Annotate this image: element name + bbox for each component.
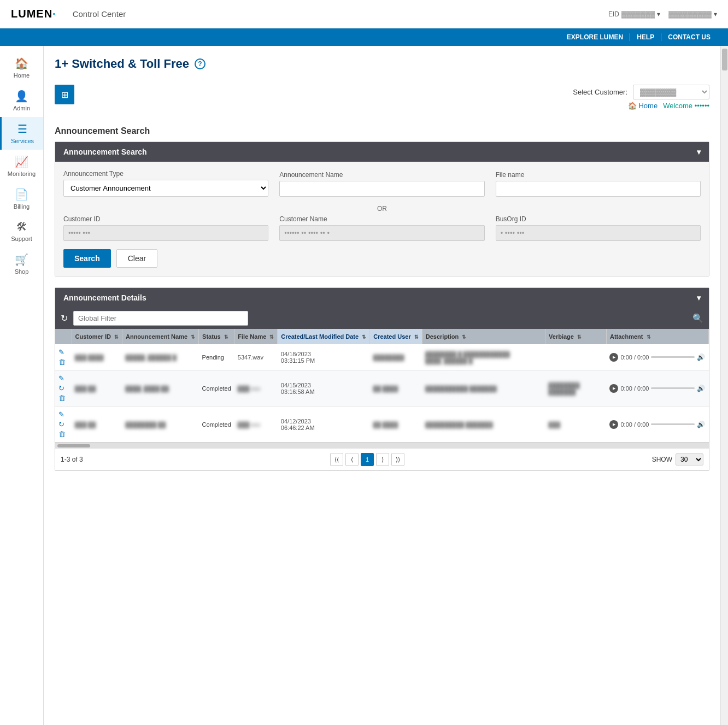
sidebar-item-services[interactable]: ☰ Services xyxy=(0,117,43,150)
cell-announcement-name-3: ████████ ██ xyxy=(122,406,198,443)
cell-created-user-2: ██ ████ xyxy=(370,370,422,406)
col-verbiage[interactable]: Verbiage ⇅ xyxy=(545,329,607,344)
search-button[interactable]: Search xyxy=(63,249,111,268)
collapse-icon[interactable]: ▾ xyxy=(697,148,701,156)
volume-icon-3[interactable]: 🔊 xyxy=(697,421,705,428)
account-dropdown-icon[interactable]: ▾ xyxy=(714,10,717,18)
busorg-id-group: BusOrg ID xyxy=(496,215,701,241)
audio-player-2: 0:00 / 0:00 🔊 xyxy=(609,384,705,393)
play-btn-2[interactable] xyxy=(609,384,618,393)
right-scrollbar[interactable] xyxy=(720,46,728,725)
volume-icon-1[interactable]: 🔊 xyxy=(697,353,705,361)
announcement-type-group: Announcement Type Customer Announcement … xyxy=(63,170,268,197)
announcement-search-panel: Announcement Search ▾ Announcement Type … xyxy=(55,142,709,276)
cell-created-user-1: ████████ xyxy=(370,344,422,370)
customer-name-group: Customer Name xyxy=(279,215,484,241)
cell-description-2: ███████████ ███████ xyxy=(422,370,545,406)
account-block[interactable]: ▓▓▓▓▓▓▓▓▓ ▾ xyxy=(668,10,717,18)
refresh-icon[interactable]: ↻ xyxy=(61,313,68,323)
announcement-name-input[interactable] xyxy=(279,181,484,197)
help-link[interactable]: HELP xyxy=(630,33,661,41)
col-status[interactable]: Status ⇅ xyxy=(199,329,234,344)
details-panel-title: Announcement Details xyxy=(63,293,146,302)
search-panel-body: Announcement Type Customer Announcement … xyxy=(55,162,709,276)
col-description[interactable]: Description ⇅ xyxy=(422,329,545,344)
global-filter-input[interactable] xyxy=(73,311,248,326)
details-collapse-icon[interactable]: ▾ xyxy=(697,293,701,302)
row-actions-1: ✎ 🗑 xyxy=(55,344,72,370)
file-name-input[interactable] xyxy=(496,181,701,197)
sidebar-label-billing: Billing xyxy=(14,203,30,210)
eid-block[interactable]: EID ▓▓▓▓▓▓▓ ▾ xyxy=(608,10,660,18)
customer-id-input[interactable] xyxy=(63,225,268,241)
refresh-icon-2[interactable]: ↻ xyxy=(58,384,68,392)
col-created-user[interactable]: Created User ⇅ xyxy=(370,329,422,344)
announcement-name-label: Announcement Name xyxy=(279,171,484,179)
col-customer-id[interactable]: Customer ID ⇅ xyxy=(72,329,122,344)
eid-dropdown-icon[interactable]: ▾ xyxy=(657,10,660,18)
customer-name-label: Customer Name xyxy=(279,215,484,223)
edit-icon-1[interactable]: ✎ xyxy=(58,348,68,356)
delete-icon-2[interactable]: 🗑 xyxy=(58,394,68,402)
busorg-id-label: BusOrg ID xyxy=(496,215,701,223)
sidebar-item-billing[interactable]: 📄 Billing xyxy=(0,182,43,215)
customer-dropdown[interactable]: ▓▓▓▓▓▓▓ xyxy=(633,85,709,99)
col-attachment[interactable]: Attachment ⇅ xyxy=(606,329,708,344)
sidebar-item-shop[interactable]: 🛒 Shop xyxy=(0,247,43,280)
grid-symbol: ⊞ xyxy=(61,90,68,100)
delete-icon-1[interactable]: 🗑 xyxy=(58,358,68,366)
customer-name-input[interactable] xyxy=(279,225,484,241)
page-1-btn[interactable]: 1 xyxy=(361,453,374,466)
search-btn-row: Search Clear xyxy=(63,249,701,268)
play-btn-1[interactable] xyxy=(609,353,618,362)
account-value: ▓▓▓▓▓▓▓▓▓ xyxy=(668,10,712,18)
audio-progress-3[interactable] xyxy=(651,423,695,425)
audio-progress-2[interactable] xyxy=(651,387,695,389)
help-icon[interactable]: ? xyxy=(195,58,206,69)
last-page-btn[interactable]: ⟩⟩ xyxy=(391,453,404,466)
refresh-icon-3[interactable]: ↻ xyxy=(58,420,68,428)
sidebar-item-support[interactable]: 🛠 Support xyxy=(0,215,43,247)
first-page-btn[interactable]: ⟨⟨ xyxy=(330,453,343,466)
sidebar-item-admin[interactable]: 👤 Admin xyxy=(0,84,43,117)
edit-icon-2[interactable]: ✎ xyxy=(58,374,68,382)
cell-attachment-3: 0:00 / 0:00 🔊 xyxy=(606,406,708,443)
contact-us-link[interactable]: CONTACT US xyxy=(661,33,717,41)
shop-icon: 🛒 xyxy=(15,253,28,266)
search-panel-header[interactable]: Announcement Search ▾ xyxy=(55,142,709,162)
play-btn-3[interactable] xyxy=(609,420,618,429)
audio-progress-1[interactable] xyxy=(651,356,695,358)
volume-icon-2[interactable]: 🔊 xyxy=(697,385,705,392)
h-scroll-thumb[interactable] xyxy=(57,444,90,447)
col-created-modified-date[interactable]: Created/Last Modified Date ⇅ xyxy=(278,329,370,344)
col-file-name[interactable]: File Name ⇅ xyxy=(234,329,278,344)
file-name-label: File name xyxy=(496,171,701,179)
next-page-btn[interactable]: ⟩ xyxy=(376,453,389,466)
cell-status-2: Completed xyxy=(199,370,234,406)
file-name-group: File name xyxy=(496,171,701,197)
show-label: SHOW xyxy=(652,456,672,463)
clear-button[interactable]: Clear xyxy=(116,249,157,268)
details-panel: Announcement Details ▾ ↻ 🔍 xyxy=(55,287,709,471)
table-search-icon[interactable]: 🔍 xyxy=(692,313,703,323)
grid-icon[interactable]: ⊞ xyxy=(55,85,74,104)
scroll-thumb[interactable] xyxy=(722,49,727,70)
search-panel-title: Announcement Search xyxy=(63,148,146,156)
sidebar-item-monitoring[interactable]: 📈 Monitoring xyxy=(0,150,43,182)
col-announcement-name[interactable]: Announcement Name ⇅ xyxy=(122,329,198,344)
cell-created-date-3: 04/12/202306:46:22 AM xyxy=(278,406,370,443)
details-panel-header[interactable]: Announcement Details ▾ xyxy=(55,288,709,308)
home-link[interactable]: 🏠 Home xyxy=(628,102,657,110)
edit-icon-3[interactable]: ✎ xyxy=(58,410,68,419)
busorg-id-input[interactable] xyxy=(496,225,701,241)
cell-status-3: Completed xyxy=(199,406,234,443)
delete-icon-3[interactable]: 🗑 xyxy=(58,430,68,438)
action-icons-3: ✎ ↻ 🗑 xyxy=(58,410,68,438)
horizontal-scrollbar[interactable] xyxy=(55,443,709,448)
explore-lumen-link[interactable]: EXPLORE LUMEN xyxy=(560,33,630,41)
sidebar-item-home[interactable]: 🏠 Home xyxy=(0,51,43,84)
prev-page-btn[interactable]: ⟨ xyxy=(345,453,359,466)
sidebar-label-monitoring: Monitoring xyxy=(8,170,36,177)
show-select[interactable]: 30 50 100 xyxy=(676,453,703,465)
announcement-type-select[interactable]: Customer Announcement System Announcemen… xyxy=(63,180,268,197)
